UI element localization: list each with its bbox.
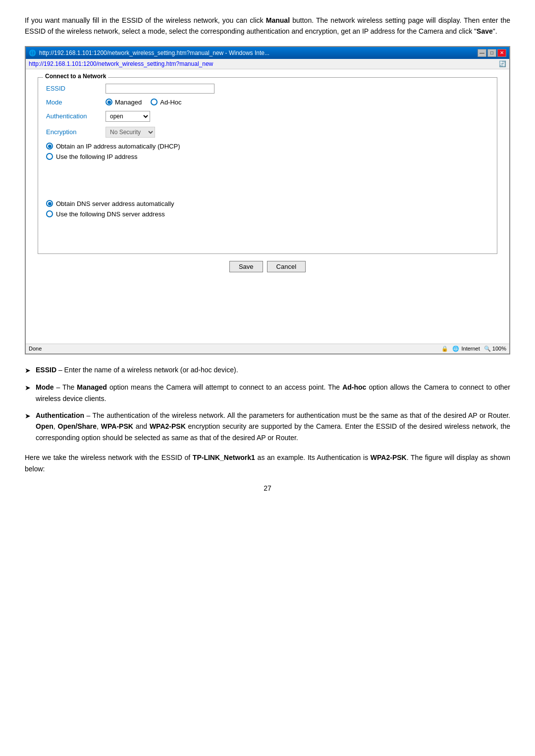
static-ip-radio[interactable] xyxy=(46,153,53,160)
dns-fields-area xyxy=(46,221,489,246)
bullet-auth: ➤ Authentication – The authentication of… xyxy=(25,410,510,443)
mode-managed-option[interactable]: Managed xyxy=(106,99,142,106)
mode-field: Managed Ad-Hoc xyxy=(106,99,489,106)
status-done: Done xyxy=(29,346,42,352)
enc-field: No Security WEP TKIP AES xyxy=(106,127,489,138)
adhoc-label: Ad-Hoc xyxy=(160,99,181,106)
bullet-arrow-2: ➤ xyxy=(25,382,31,404)
bottom-bold1: TP-LINK_Network1 xyxy=(193,454,255,461)
static-ip-option[interactable]: Use the following IP address xyxy=(46,153,489,160)
adhoc-radio[interactable] xyxy=(151,99,158,105)
intro-text1: If you want manually fill in the ESSID o… xyxy=(25,16,266,24)
mode-term: Mode xyxy=(36,383,54,391)
bottom-bold2: WPA2-PSK xyxy=(371,454,407,461)
dns-auto-label: Obtain DNS server address automatically xyxy=(56,200,174,207)
ip-fields-area xyxy=(46,163,489,193)
internet-label: 🌐 Internet xyxy=(452,346,480,352)
minimize-button[interactable]: — xyxy=(478,49,486,57)
dns-auto-option[interactable]: Obtain DNS server address automatically xyxy=(46,200,489,207)
dns-static-radio[interactable] xyxy=(46,210,53,217)
dns-auto-radio[interactable] xyxy=(46,200,53,207)
bullet-essid-text: ESSID – Enter the name of a wireless net… xyxy=(36,364,238,376)
mode-adhoc-option[interactable]: Ad-Hoc xyxy=(151,99,181,106)
ie-icon: 🌐 xyxy=(29,50,36,56)
dns-section: Obtain DNS server address automatically … xyxy=(46,200,489,218)
page-number: 27 xyxy=(25,484,510,492)
dns-static-label: Use the following DNS server address xyxy=(56,210,165,218)
browser-content: Connect to a Network ESSID Mode Managed xyxy=(26,69,509,344)
managed-term: Managed xyxy=(77,383,107,391)
auth-select[interactable]: open open/share WPA-PSK WPA2-PSK xyxy=(106,111,150,122)
bullet-mode-text: Mode – The Managed option means the Came… xyxy=(36,382,510,404)
cancel-button[interactable]: Cancel xyxy=(267,261,306,272)
bullet-arrow-1: ➤ xyxy=(25,365,31,376)
save-button[interactable]: Save xyxy=(229,261,263,272)
enc-row: Encryption No Security WEP TKIP AES xyxy=(46,127,489,138)
enc-select[interactable]: No Security WEP TKIP AES xyxy=(106,127,155,138)
bullet-arrow-3: ➤ xyxy=(25,410,31,443)
essid-field xyxy=(106,84,489,94)
wpapsk-term: WPA-PSK xyxy=(101,422,133,430)
essid-label: ESSID xyxy=(46,85,106,92)
internet-text: Internet xyxy=(461,346,480,352)
auth-label: Authentication xyxy=(46,112,106,120)
essid-row: ESSID xyxy=(46,84,489,94)
bottom-text2: as an example. Its Authentication is xyxy=(255,454,371,461)
close-button[interactable]: ✕ xyxy=(497,49,506,57)
maximize-button[interactable]: □ xyxy=(487,49,496,57)
enc-label: Encryption xyxy=(46,128,106,136)
ip-section: Obtain an IP address automatically (DHCP… xyxy=(46,143,489,160)
extra-space xyxy=(38,276,497,336)
openshare-term: Open/Share xyxy=(58,422,97,430)
managed-label: Managed xyxy=(115,99,142,106)
dhcp-label: Obtain an IP address automatically (DHCP… xyxy=(56,143,180,150)
intro-text3: ". xyxy=(493,27,497,35)
title-bar-left: 🌐 http://192.168.1.101:1200/network_wire… xyxy=(29,50,269,56)
bullet-essid: ➤ ESSID – Enter the name of a wireless n… xyxy=(25,364,510,376)
mode-row: Mode Managed Ad-Hoc xyxy=(46,99,489,106)
address-bar: http://192.168.1.101:1200/network_wirele… xyxy=(26,59,509,69)
internet-icon: 🌐 xyxy=(452,346,459,352)
essid-input[interactable] xyxy=(106,84,214,94)
status-bar: Done 🔒 🌐 Internet 🔍 100% xyxy=(26,344,509,353)
title-buttons[interactable]: — □ ✕ xyxy=(478,49,506,57)
bottom-paragraph: Here we take the wireless network with t… xyxy=(25,452,510,474)
address-url: http://192.168.1.101:1200/network_wirele… xyxy=(29,60,213,67)
address-icon: 🔄 xyxy=(499,60,506,67)
title-bar: 🌐 http://192.168.1.101:1200/network_wire… xyxy=(26,47,509,59)
mode-label: Mode xyxy=(46,99,106,106)
browser-window: 🌐 http://192.168.1.101:1200/network_wire… xyxy=(25,46,510,354)
connect-group: Connect to a Network ESSID Mode Managed xyxy=(38,77,497,254)
bottom-text1: Here we take the wireless network with t… xyxy=(25,454,193,461)
auth-term: Authentication xyxy=(36,411,84,419)
bullet-mode: ➤ Mode – The Managed option means the Ca… xyxy=(25,382,510,404)
button-row: Save Cancel xyxy=(38,261,497,276)
auth-field: open open/share WPA-PSK WPA2-PSK xyxy=(106,111,489,122)
auth-row: Authentication open open/share WPA-PSK W… xyxy=(46,111,489,122)
static-ip-label: Use the following IP address xyxy=(56,153,138,160)
bullet-auth-text: Authentication – The authentication of t… xyxy=(36,410,510,443)
wpa2psk-term: WPA2-PSK xyxy=(150,422,186,430)
managed-radio[interactable] xyxy=(106,99,112,105)
open-term: Open xyxy=(36,422,54,430)
adhoc-term: Ad-hoc xyxy=(342,383,366,391)
status-icon: 🔒 xyxy=(441,346,448,352)
dns-static-option[interactable]: Use the following DNS server address xyxy=(46,210,489,218)
window-title: http://192.168.1.101:1200/network_wirele… xyxy=(39,50,269,56)
dhcp-option[interactable]: Obtain an IP address automatically (DHCP… xyxy=(46,143,489,150)
intro-paragraph: If you want manually fill in the ESSID o… xyxy=(25,15,510,37)
zoom-level: 🔍 100% xyxy=(484,346,506,352)
dhcp-radio[interactable] xyxy=(46,143,53,150)
intro-bold2: Save xyxy=(477,27,493,35)
bullet-list: ➤ ESSID – Enter the name of a wireless n… xyxy=(25,364,510,443)
intro-bold1: Manual xyxy=(266,16,290,24)
status-right: 🔒 🌐 Internet 🔍 100% xyxy=(441,346,506,352)
group-legend: Connect to a Network xyxy=(43,73,108,80)
essid-term: ESSID xyxy=(36,366,56,374)
